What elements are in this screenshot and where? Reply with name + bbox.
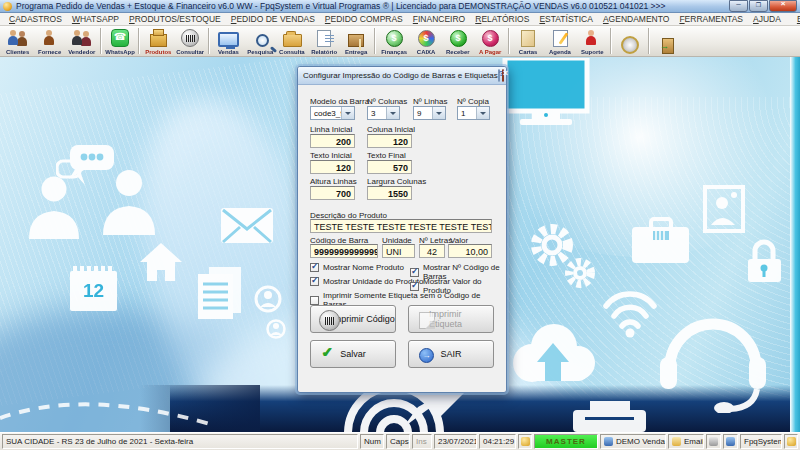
menu-cadastros[interactable]: CADASTROS	[4, 14, 67, 24]
menu-relatorios[interactable]: RELATÓRIOS	[470, 14, 534, 24]
checkbox-mostrar-unidade[interactable]: Mostrar Unidade do Produto	[310, 277, 424, 286]
headset-icon	[654, 295, 774, 413]
toolbar-separator	[610, 28, 612, 54]
toolbar-receber[interactable]: Receber	[442, 26, 474, 56]
descricao-field[interactable]: TESTE TESTE TESTE TESTE TESTE TESTE TEST…	[310, 219, 492, 233]
texto-final-field[interactable]: 570	[367, 160, 412, 174]
toolbar-apagar[interactable]: A Pagar	[474, 26, 506, 56]
menu-ajuda[interactable]: AJUDA	[748, 14, 786, 24]
largura-colunas-field[interactable]: 1550	[367, 186, 412, 200]
sair-button[interactable]: SAIR	[408, 340, 494, 368]
toolbar-produtos[interactable]: Produtos	[142, 26, 174, 56]
chevron-down-icon[interactable]	[386, 107, 399, 119]
toolbar-suporte[interactable]: Suporte	[576, 26, 608, 56]
checkbox-box[interactable]	[310, 263, 319, 272]
menu-ferramentas[interactable]: FERRAMENTAS	[674, 14, 748, 24]
unidade-field[interactable]: UNI	[382, 244, 415, 258]
checkbox-box[interactable]	[410, 268, 419, 277]
documents-icon	[198, 267, 242, 319]
minimize-button[interactable]	[729, 0, 748, 12]
toolbar-entrega[interactable]: Entrega	[340, 26, 372, 56]
toolbar-pesquisa[interactable]: Pesquisa	[244, 26, 276, 56]
chevron-down-icon[interactable]	[432, 107, 445, 119]
status-master-badge: MASTER	[534, 434, 598, 449]
modelo-label: Modelo da Barra	[310, 97, 369, 106]
status-date: 23/07/2021	[434, 434, 477, 449]
dialog-body: Modelo da Barra Nº Colunas Nº Linhas Nº …	[298, 85, 506, 393]
toolbar-separator	[208, 28, 210, 54]
toolbar-vendas[interactable]: Vendas	[212, 26, 244, 56]
products-icon	[150, 34, 167, 47]
altura-linhas-label: Altura Linhas	[310, 177, 357, 186]
coluna-inicial-field[interactable]: 120	[367, 134, 412, 148]
toolbar-cartas[interactable]: Cartas	[512, 26, 544, 56]
toolbar-whatsapp[interactable]: WhatsApp	[104, 26, 136, 56]
key-icon	[521, 437, 530, 446]
menu-pedido-compras[interactable]: PEDIDO COMPRAS	[320, 14, 408, 24]
status-email[interactable]: Email	[668, 434, 704, 449]
linha-inicial-field[interactable]: 200	[310, 134, 355, 148]
colunas-combo[interactable]: 3	[367, 106, 400, 120]
toolbar-separator	[100, 28, 102, 54]
restore-button[interactable]	[749, 0, 768, 12]
checkbox-mostrar-nome[interactable]: Mostrar Nome Produto	[310, 263, 404, 272]
dialog-title: Configurar Impressão do Código de Barras…	[298, 71, 498, 80]
linhas-combo[interactable]: 9	[413, 106, 446, 120]
toolbar-consultar[interactable]: Consultar	[174, 26, 206, 56]
dialog-close-button[interactable]	[502, 69, 504, 82]
status-caps: Caps	[386, 434, 410, 449]
status-screen-panel[interactable]	[723, 434, 738, 449]
dialog-titlebar[interactable]: Configurar Impressão do Código de Barras…	[298, 67, 506, 85]
toolbar-coin[interactable]	[614, 26, 646, 56]
menu-email[interactable]: E-MAIL	[792, 14, 800, 24]
salvar-button[interactable]: ✓ Salvar	[310, 340, 396, 368]
toolbar-consulta[interactable]: Consulta	[276, 26, 308, 56]
toolbar-relatorio[interactable]: Relatório	[308, 26, 340, 56]
letras-field[interactable]: 42	[419, 244, 445, 258]
toolbar-fornece[interactable]: Fornece	[34, 26, 66, 56]
checkbox-box[interactable]	[310, 277, 319, 286]
gears-icon	[528, 221, 600, 293]
printer-mini-icon	[709, 437, 718, 446]
status-end-panel	[784, 434, 798, 449]
texto-final-label: Texto Final	[367, 151, 406, 160]
toolbar-financas[interactable]: Finanças	[378, 26, 410, 56]
dialog-help-button[interactable]	[498, 69, 500, 82]
chevron-down-icon[interactable]	[476, 107, 489, 119]
codigo-field[interactable]: 9999999999999	[310, 244, 378, 258]
envelope-icon	[221, 205, 273, 245]
checkbox-box[interactable]	[310, 296, 319, 305]
checkbox-box[interactable]	[410, 282, 419, 291]
copia-combo[interactable]: 1	[457, 106, 490, 120]
texto-inicial-field[interactable]: 120	[310, 160, 355, 174]
menu-estatistica[interactable]: ESTATÍSTICA	[534, 14, 598, 24]
status-printer-panel[interactable]	[706, 434, 721, 449]
menu-pedido-vendas[interactable]: PEDIDO DE VENDAS	[226, 14, 320, 24]
status-brand: FpqSystem	[740, 434, 782, 449]
right-cyan-strip	[790, 57, 800, 432]
close-button[interactable]	[769, 0, 797, 12]
menu-financeiro[interactable]: FINANCEIRO	[408, 14, 470, 24]
toolbar-agenda[interactable]: Agenda	[544, 26, 576, 56]
desktop-background: 12	[0, 57, 800, 432]
cloud-upload-icon	[506, 317, 602, 393]
toolbar-separator	[138, 28, 140, 54]
menu-whatsapp[interactable]: WHATSAPP	[67, 14, 124, 24]
imprimir-codigo-button[interactable]: Imprimir Código	[310, 305, 396, 333]
colunas-label: Nº Colunas	[367, 97, 407, 106]
modelo-combo[interactable]: code3_9	[310, 106, 355, 120]
toolbar-exit[interactable]	[652, 26, 684, 56]
chevron-down-icon[interactable]	[341, 107, 354, 119]
toolbar-vendedor[interactable]: Vendedor	[66, 26, 98, 56]
linha-inicial-label: Linha Inicial	[310, 125, 352, 134]
menu-produtos-estoque[interactable]: PRODUTOS/ESTOQUE	[124, 14, 226, 24]
toolbar-clientes[interactable]: Clientes	[2, 26, 34, 56]
barcode-config-dialog: Configurar Impressão do Código de Barras…	[297, 66, 507, 393]
valor-field[interactable]: 10,00	[448, 244, 492, 258]
toolbar-caixa[interactable]: CAIXA	[410, 26, 442, 56]
imprimir-etiqueta-button: Imprimir Etiqueta	[408, 305, 494, 333]
altura-linhas-field[interactable]: 700	[310, 186, 355, 200]
menu-agendamento[interactable]: AGENDAMENTO	[598, 14, 674, 24]
toolbar-separator	[648, 28, 650, 54]
whatsapp-icon	[111, 29, 129, 47]
